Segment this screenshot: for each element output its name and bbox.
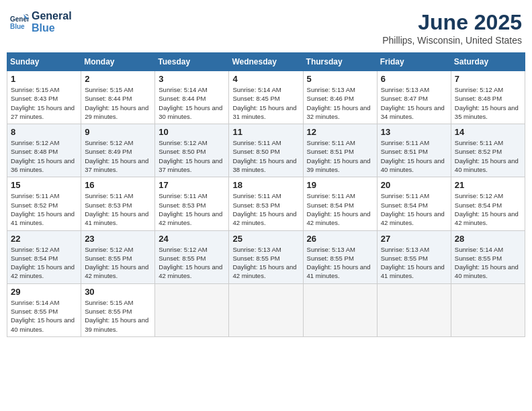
calendar-day-cell: 10Sunrise: 5:12 AMSunset: 8:50 PMDayligh… xyxy=(155,124,229,177)
calendar-day-cell: 28Sunrise: 5:14 AMSunset: 8:55 PMDayligh… xyxy=(451,230,525,283)
day-number: 22 xyxy=(11,234,77,244)
col-header-sunday: Sunday xyxy=(7,53,81,71)
day-info: Sunrise: 5:11 AMSunset: 8:51 PMDaylight:… xyxy=(381,138,447,174)
day-info: Sunrise: 5:15 AMSunset: 8:44 PMDaylight:… xyxy=(85,85,151,121)
day-number: 18 xyxy=(232,180,299,190)
day-number: 17 xyxy=(159,180,225,190)
day-number: 19 xyxy=(307,180,373,190)
day-number: 6 xyxy=(381,74,447,84)
calendar-week-row: 15Sunrise: 5:11 AMSunset: 8:52 PMDayligh… xyxy=(7,177,525,230)
day-number: 20 xyxy=(381,180,447,190)
col-header-wednesday: Wednesday xyxy=(229,53,303,71)
col-header-tuesday: Tuesday xyxy=(155,53,229,71)
day-info: Sunrise: 5:14 AMSunset: 8:45 PMDaylight:… xyxy=(232,85,299,121)
day-info: Sunrise: 5:13 AMSunset: 8:55 PMDaylight:… xyxy=(307,245,373,281)
day-info: Sunrise: 5:11 AMSunset: 8:51 PMDaylight:… xyxy=(307,138,373,174)
calendar-day-cell: 5Sunrise: 5:13 AMSunset: 8:46 PMDaylight… xyxy=(303,71,377,124)
calendar-day-cell: 15Sunrise: 5:11 AMSunset: 8:52 PMDayligh… xyxy=(7,177,81,230)
calendar-day-cell xyxy=(377,283,451,336)
calendar-table: SundayMondayTuesdayWednesdayThursdayFrid… xyxy=(7,52,525,337)
calendar-day-cell: 18Sunrise: 5:11 AMSunset: 8:53 PMDayligh… xyxy=(229,177,303,230)
day-info: Sunrise: 5:15 AMSunset: 8:43 PMDaylight:… xyxy=(11,85,77,121)
day-info: Sunrise: 5:15 AMSunset: 8:55 PMDaylight:… xyxy=(85,298,151,334)
day-number: 11 xyxy=(232,127,299,137)
calendar-week-row: 8Sunrise: 5:12 AMSunset: 8:48 PMDaylight… xyxy=(7,124,525,177)
col-header-thursday: Thursday xyxy=(303,53,377,71)
calendar-day-cell: 7Sunrise: 5:12 AMSunset: 8:48 PMDaylight… xyxy=(451,71,525,124)
calendar-day-cell: 30Sunrise: 5:15 AMSunset: 8:55 PMDayligh… xyxy=(81,283,155,336)
calendar-day-cell: 12Sunrise: 5:11 AMSunset: 8:51 PMDayligh… xyxy=(303,124,377,177)
day-info: Sunrise: 5:12 AMSunset: 8:48 PMDaylight:… xyxy=(11,138,77,174)
day-info: Sunrise: 5:11 AMSunset: 8:53 PMDaylight:… xyxy=(85,191,151,227)
calendar-day-cell: 26Sunrise: 5:13 AMSunset: 8:55 PMDayligh… xyxy=(303,230,377,283)
title-area: June 2025 Phillips, Wisconsin, United St… xyxy=(382,10,522,46)
day-info: Sunrise: 5:11 AMSunset: 8:53 PMDaylight:… xyxy=(159,191,225,227)
day-info: Sunrise: 5:13 AMSunset: 8:47 PMDaylight:… xyxy=(381,85,447,121)
calendar-day-cell: 14Sunrise: 5:11 AMSunset: 8:52 PMDayligh… xyxy=(451,124,525,177)
calendar-day-cell: 11Sunrise: 5:11 AMSunset: 8:50 PMDayligh… xyxy=(229,124,303,177)
day-number: 12 xyxy=(307,127,373,137)
calendar-day-cell: 16Sunrise: 5:11 AMSunset: 8:53 PMDayligh… xyxy=(81,177,155,230)
day-info: Sunrise: 5:12 AMSunset: 8:54 PMDaylight:… xyxy=(455,191,521,227)
calendar-day-cell: 20Sunrise: 5:11 AMSunset: 8:54 PMDayligh… xyxy=(377,177,451,230)
day-info: Sunrise: 5:11 AMSunset: 8:52 PMDaylight:… xyxy=(455,138,521,174)
col-header-saturday: Saturday xyxy=(451,53,525,71)
day-number: 4 xyxy=(232,74,299,84)
calendar-day-cell: 4Sunrise: 5:14 AMSunset: 8:45 PMDaylight… xyxy=(229,71,303,124)
day-info: Sunrise: 5:12 AMSunset: 8:54 PMDaylight:… xyxy=(11,245,77,281)
calendar-header-row: SundayMondayTuesdayWednesdayThursdayFrid… xyxy=(7,53,525,71)
day-number: 5 xyxy=(307,74,373,84)
day-info: Sunrise: 5:11 AMSunset: 8:53 PMDaylight:… xyxy=(232,191,299,227)
day-number: 27 xyxy=(381,234,447,244)
day-info: Sunrise: 5:11 AMSunset: 8:54 PMDaylight:… xyxy=(381,191,447,227)
svg-text:General: General xyxy=(10,15,29,23)
page-header: General Blue General Blue June 2025 Phil… xyxy=(7,7,525,46)
day-number: 10 xyxy=(159,127,225,137)
col-header-friday: Friday xyxy=(377,53,451,71)
calendar-week-row: 29Sunrise: 5:14 AMSunset: 8:55 PMDayligh… xyxy=(7,283,525,336)
calendar-day-cell: 6Sunrise: 5:13 AMSunset: 8:47 PMDaylight… xyxy=(377,71,451,124)
day-info: Sunrise: 5:12 AMSunset: 8:48 PMDaylight:… xyxy=(455,85,521,121)
day-info: Sunrise: 5:11 AMSunset: 8:52 PMDaylight:… xyxy=(11,191,77,227)
day-number: 15 xyxy=(11,180,77,190)
calendar-week-row: 22Sunrise: 5:12 AMSunset: 8:54 PMDayligh… xyxy=(7,230,525,283)
day-info: Sunrise: 5:13 AMSunset: 8:46 PMDaylight:… xyxy=(307,85,373,121)
day-info: Sunrise: 5:13 AMSunset: 8:55 PMDaylight:… xyxy=(232,245,299,281)
day-number: 1 xyxy=(11,74,77,84)
day-info: Sunrise: 5:13 AMSunset: 8:55 PMDaylight:… xyxy=(381,245,447,281)
day-number: 26 xyxy=(307,234,373,244)
logo-icon: General Blue xyxy=(10,13,29,32)
day-number: 29 xyxy=(11,287,77,297)
calendar-day-cell xyxy=(229,283,303,336)
day-number: 13 xyxy=(381,127,447,137)
calendar-day-cell: 1Sunrise: 5:15 AMSunset: 8:43 PMDaylight… xyxy=(7,71,81,124)
day-number: 9 xyxy=(85,127,151,137)
day-number: 16 xyxy=(85,180,151,190)
day-number: 2 xyxy=(85,74,151,84)
day-info: Sunrise: 5:14 AMSunset: 8:55 PMDaylight:… xyxy=(455,245,521,281)
calendar-day-cell: 24Sunrise: 5:12 AMSunset: 8:55 PMDayligh… xyxy=(155,230,229,283)
logo-line2: Blue xyxy=(32,22,72,34)
day-number: 8 xyxy=(11,127,77,137)
calendar-day-cell: 9Sunrise: 5:12 AMSunset: 8:49 PMDaylight… xyxy=(81,124,155,177)
calendar-day-cell xyxy=(451,283,525,336)
day-number: 23 xyxy=(85,234,151,244)
calendar-day-cell: 22Sunrise: 5:12 AMSunset: 8:54 PMDayligh… xyxy=(7,230,81,283)
day-number: 3 xyxy=(159,74,225,84)
day-info: Sunrise: 5:14 AMSunset: 8:55 PMDaylight:… xyxy=(11,298,77,334)
day-info: Sunrise: 5:12 AMSunset: 8:55 PMDaylight:… xyxy=(85,245,151,281)
day-info: Sunrise: 5:11 AMSunset: 8:54 PMDaylight:… xyxy=(307,191,373,227)
day-number: 14 xyxy=(455,127,521,137)
calendar-day-cell: 13Sunrise: 5:11 AMSunset: 8:51 PMDayligh… xyxy=(377,124,451,177)
day-number: 30 xyxy=(85,287,151,297)
calendar-day-cell: 3Sunrise: 5:14 AMSunset: 8:44 PMDaylight… xyxy=(155,71,229,124)
calendar-day-cell: 27Sunrise: 5:13 AMSunset: 8:55 PMDayligh… xyxy=(377,230,451,283)
day-info: Sunrise: 5:11 AMSunset: 8:50 PMDaylight:… xyxy=(232,138,299,174)
svg-text:Blue: Blue xyxy=(10,23,25,30)
calendar-day-cell: 2Sunrise: 5:15 AMSunset: 8:44 PMDaylight… xyxy=(81,71,155,124)
calendar-day-cell: 17Sunrise: 5:11 AMSunset: 8:53 PMDayligh… xyxy=(155,177,229,230)
month-title: June 2025 xyxy=(382,10,522,35)
day-number: 25 xyxy=(232,234,299,244)
calendar-day-cell: 8Sunrise: 5:12 AMSunset: 8:48 PMDaylight… xyxy=(7,124,81,177)
day-number: 7 xyxy=(455,74,521,84)
